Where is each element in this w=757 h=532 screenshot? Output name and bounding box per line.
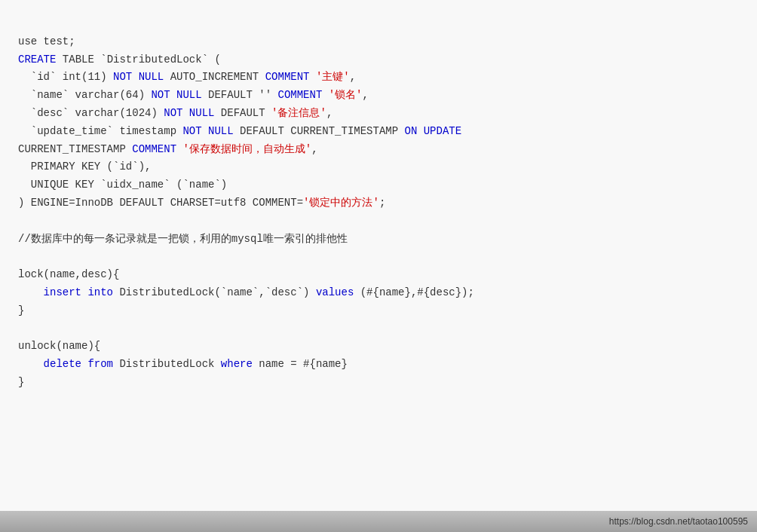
line-lock-func: lock(name,desc){	[18, 268, 119, 280]
line-primary-key: PRIMARY KEY (`id`),	[18, 161, 151, 173]
line-delete: delete from DistributedLock where name =…	[18, 358, 348, 370]
bottom-bar: https://blog.csdn.net/taotao100595	[0, 511, 757, 532]
line-unlock-close: }	[18, 376, 24, 388]
line-comment: //数据库中的每一条记录就是一把锁，利用的mysql唯一索引的排他性	[18, 233, 348, 245]
line-name-field: `name` varchar(64) NOT NULL DEFAULT '' C…	[18, 89, 369, 101]
line-update-time-2: CURRENT_TIMESTAMP COMMENT '保存数据时间，自动生成',	[18, 143, 318, 155]
line-update-time-1: `update_time` timestamp NOT NULL DEFAULT…	[18, 125, 461, 137]
line-engine: ) ENGINE=InnoDB DEFAULT CHARSET=utf8 COM…	[18, 197, 385, 209]
line-lock-close: }	[18, 304, 24, 316]
line-desc-field: `desc` varchar(1024) NOT NULL DEFAULT '备…	[18, 107, 333, 119]
line-unlock-func: unlock(name){	[18, 340, 100, 352]
code-block: use test; CREATE TABLE `DistributedLock`…	[18, 15, 739, 410]
line-insert: insert into DistributedLock(`name`,`desc…	[18, 286, 474, 298]
code-container: use test; CREATE TABLE `DistributedLock`…	[0, 0, 757, 532]
line-id-field: `id` int(11) NOT NULL AUTO_INCREMENT COM…	[18, 71, 356, 83]
line-unique-key: UNIQUE KEY `uidx_name` (`name`)	[18, 179, 227, 191]
line-create-table: CREATE TABLE `DistributedLock` (	[18, 54, 221, 66]
line-use: use test;	[18, 35, 75, 47]
watermark: https://blog.csdn.net/taotao100595	[609, 516, 748, 527]
